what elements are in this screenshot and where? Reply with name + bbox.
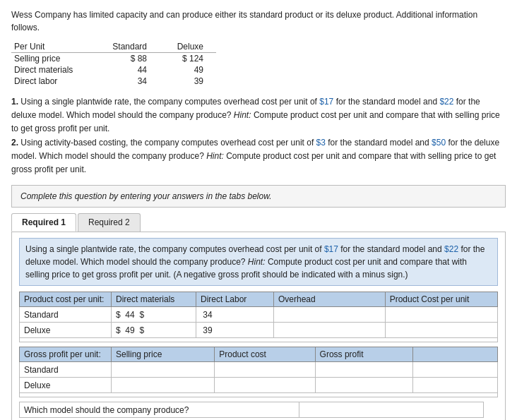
q2-text: Using activity-based costing, the compan… [11,138,499,174]
standard-dm: $ 44 $ [112,307,196,323]
tab-content: Using a single plantwide rate, the compa… [11,232,506,420]
direct-labor-standard: 34 [103,76,160,87]
gp-deluxe-label: Deluxe [20,378,112,393]
standard-overhead-input[interactable] [278,310,381,320]
gp-deluxe-gross-input[interactable] [320,380,408,390]
deluxe-overhead[interactable] [274,323,386,338]
product-cost-table: Product cost per unit: Direct materials … [19,292,498,342]
per-unit-header-deluxe: Deluxe [160,41,216,53]
which-model-label: Which model should the company produce? [20,402,299,418]
deluxe-dm: $ 49 $ [112,323,196,338]
empty-spacer-row [20,393,498,397]
table-row: Deluxe [20,378,498,393]
product-cost-col-overhead: Overhead [274,292,386,307]
gp-standard-product-cost-input[interactable] [219,365,310,375]
direct-labor-deluxe: 39 [160,76,216,87]
gp-standard-label: Standard [20,362,112,378]
direct-labor-label: Direct labor [11,76,103,87]
direct-materials-deluxe: 49 [160,64,216,76]
deluxe-label: Deluxe [20,323,112,338]
gp-deluxe-product-cost[interactable] [215,378,315,393]
table-row: Deluxe $ 49 $ 39 [20,323,498,338]
direct-materials-standard: 44 [103,64,160,76]
deluxe-dl-input[interactable] [215,325,236,335]
gross-profit-col-product-cost: Product cost [215,347,315,362]
gp-standard-gross-input[interactable] [320,365,408,375]
intro-text: Wess Company has limited capacity and ca… [11,8,506,34]
which-model-answer[interactable] [299,402,484,418]
direct-materials-label: Direct materials [11,64,103,76]
selling-price-deluxe: $ 124 [160,53,216,65]
complete-box: Complete this question by entering your … [11,185,506,208]
deluxe-product-cost[interactable] [385,323,497,338]
tab-required-2[interactable]: Required 2 [78,213,141,232]
questions: 1. Using a single plantwide rate, the co… [11,95,506,176]
gross-profit-col-gross: Gross profit [315,347,412,362]
which-model-row: Which model should the company produce? [20,402,499,418]
tabs-row: Required 1 Required 2 [11,213,506,232]
per-unit-table: Per Unit Standard Deluxe Selling price $… [11,41,216,87]
standard-label: Standard [20,307,112,323]
standard-product-cost[interactable] [385,307,497,323]
gp-deluxe-gross[interactable] [315,378,412,393]
selling-price-standard: $ 88 [103,53,160,65]
gross-profit-col-label: Gross profit per unit: [20,347,112,362]
product-cost-col-dm: Direct materials [112,292,196,307]
gp-standard-gross[interactable] [315,362,412,378]
tab-required-1[interactable]: Required 1 [11,213,76,232]
q2-number: 2. [11,138,18,148]
gp-standard-product-cost[interactable] [215,362,315,378]
table-row: Standard [20,362,498,378]
gross-profit-col-selling: Selling price [112,347,215,362]
which-model-table: Which model should the company produce? [19,402,498,418]
q1-number: 1. [11,97,18,107]
gp-standard-selling[interactable] [112,362,215,378]
per-unit-header-standard: Standard [103,41,160,53]
standard-product-cost-input[interactable] [390,310,493,320]
deluxe-product-cost-input[interactable] [390,325,493,335]
selling-price-label: Selling price [11,53,103,65]
standard-overhead[interactable] [274,307,386,323]
per-unit-header-label: Per Unit [11,41,103,53]
tab-description: Using a single plantwide rate, the compa… [19,238,498,286]
gp-deluxe-selling-input[interactable] [116,380,210,390]
gross-profit-col-empty [412,347,497,362]
gp-deluxe-selling[interactable] [112,378,215,393]
empty-spacer-row [20,338,498,342]
complete-box-text: Complete this question by entering your … [20,191,272,201]
product-cost-col-dl: Direct Labor [196,292,274,307]
deluxe-overhead-input[interactable] [278,325,381,335]
gross-profit-table: Gross profit per unit: Selling price Pro… [19,347,498,397]
product-cost-col-total: Product Cost per unit [385,292,497,307]
deluxe-dl: 39 [196,323,274,338]
gp-standard-selling-input[interactable] [116,365,210,375]
standard-dl-input[interactable] [215,310,236,320]
product-cost-col-label: Product cost per unit: [20,292,112,307]
q1-text: Using a single plantwide rate, the compa… [11,97,500,133]
gp-deluxe-product-cost-input[interactable] [219,380,310,390]
standard-dl: 34 [196,307,274,323]
table-row: Standard $ 44 $ 34 [20,307,498,323]
which-model-input[interactable] [304,405,480,415]
